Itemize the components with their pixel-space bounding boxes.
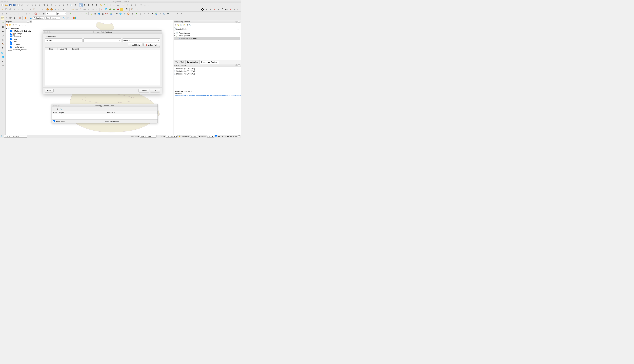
line-icon[interactable]: / — [72, 12, 76, 16]
layer-collapse-icon[interactable]: « — [24, 24, 27, 26]
processing-search[interactable]: 🔍 ⓧ — [174, 27, 240, 31]
checker-max-icon[interactable] — [58, 105, 60, 106]
grid-icon[interactable]: ▦ — [42, 12, 46, 16]
configure-icon[interactable]: 🔧 — [60, 108, 63, 110]
layer2-combo[interactable]: No layer▾ — [122, 38, 160, 42]
topo-edit-icon[interactable]: △ — [143, 3, 147, 7]
attr-table-icon[interactable]: 📋 — [130, 8, 134, 11]
plugin-green-icon[interactable]: ▶ — [112, 8, 116, 11]
refresh-icon[interactable]: ⟳ — [74, 3, 77, 7]
add-vector-icon[interactable]: V° — [1, 21, 5, 24]
label-move-icon[interactable]: ↔ — [87, 8, 91, 11]
layer-checkbox[interactable] — [10, 36, 12, 37]
mesh4-icon[interactable]: ⬚ — [13, 12, 16, 16]
crosshair-icon[interactable]: ✛ — [136, 8, 140, 11]
new-scratch-icon[interactable]: ✎▭ — [58, 8, 61, 11]
add-raster-icon[interactable]: ▦ — [1, 25, 5, 29]
3d-box2-icon[interactable] — [50, 8, 53, 11]
traffic-close[interactable] — [1, 1, 3, 2]
image-icon[interactable]: 🖼 — [101, 12, 105, 16]
results-detach-icon[interactable]: ▫ — [235, 64, 237, 66]
measure-icon[interactable]: 📏 — [99, 3, 103, 7]
validate-extent-icon[interactable]: ☑ — [56, 108, 59, 110]
osm-icon[interactable] — [108, 8, 112, 11]
deselect-all-icon[interactable]: ◫▾ — [9, 16, 12, 20]
dlg-min-icon[interactable] — [47, 32, 48, 33]
gridcolor-icon[interactable]: ▦ — [131, 12, 134, 16]
add-postgis-icon[interactable]: 🐘 — [1, 38, 5, 42]
game-icon[interactable]: 🎮 — [166, 12, 170, 16]
polygon-tool-icon[interactable]: ⬡ — [100, 8, 104, 11]
3d-box-icon[interactable] — [46, 8, 50, 11]
arc-tool-icon[interactable]: ⤴ — [205, 8, 208, 11]
layer-style-icon[interactable]: 🎨 — [6, 24, 9, 26]
print-layout-icon[interactable]: ▤ — [62, 8, 65, 11]
adv-snap-icon[interactable]: ⬡ — [172, 12, 175, 16]
locator-input[interactable] — [5, 136, 26, 137]
rainbow-icon[interactable] — [73, 16, 76, 20]
raster-calc-icon[interactable]: ▦ — [93, 12, 97, 16]
add-mesh-icon[interactable]: ▩ — [1, 30, 5, 33]
undo-icon[interactable]: ↶ — [36, 8, 40, 11]
results-item[interactable]: ΣStatistics [03:05:17PM] — [174, 70, 240, 72]
select-features-icon[interactable]: ⬚▾ — [1, 16, 4, 20]
globe2-icon[interactable]: 🌍 — [109, 12, 113, 16]
processing-search-input[interactable] — [177, 28, 237, 30]
locator-bar[interactable] — [4, 135, 27, 138]
rotation-spinbox[interactable]: 0,0 °▴▾ — [207, 135, 214, 138]
tab-layer-styling[interactable]: Layer Styling — [185, 60, 200, 64]
ref-icon[interactable]: Ref — [127, 12, 130, 16]
circle-tool-icon[interactable] — [201, 8, 204, 11]
delete-rule-button[interactable]: ⊖Delete Rule — [143, 43, 160, 47]
mesh8-icon[interactable]: ⬡ — [29, 12, 32, 16]
add-spatialite-icon[interactable]: 🪶 — [1, 42, 5, 46]
db-icon[interactable]: 🗃 — [115, 12, 118, 16]
results-list[interactable]: ΣStatistics [03:06:52PM]ΣStatistics [03:… — [174, 67, 241, 76]
cancel-button[interactable]: Cancel — [139, 89, 149, 92]
mesh2-icon[interactable]: ⬘ — [5, 12, 8, 16]
save-icon[interactable] — [9, 3, 12, 7]
render-checkbox[interactable] — [215, 135, 217, 138]
layer-checkbox[interactable] — [8, 49, 10, 50]
vertex-icon[interactable]: ⬡ — [68, 12, 72, 16]
label-edit-icon[interactable]: ✎ — [95, 8, 99, 11]
layer-visibility-icon[interactable]: 👁 — [12, 24, 15, 26]
star2-tool-icon[interactable]: ✷ — [228, 8, 232, 11]
crs-icon[interactable]: ⊕ — [225, 135, 226, 138]
layer-filter-icon[interactable]: ▽ — [15, 24, 18, 26]
layer-expr-icon[interactable]: ε — [18, 24, 21, 26]
edit-toggle-icon[interactable]: ✎ — [1, 8, 4, 11]
new-memory-icon[interactable]: V° — [1, 64, 5, 68]
add-wfs-icon[interactable]: 🌐 — [1, 55, 5, 59]
pan-selection-icon[interactable] — [30, 3, 34, 7]
results-item[interactable]: ΣStatistics [03:06:52PM] — [174, 67, 240, 70]
mesh-icon[interactable]: ▦ — [1, 12, 4, 16]
zoom-full-icon[interactable]: ⛶ — [42, 3, 46, 7]
layer-checkbox[interactable] — [10, 30, 12, 32]
globe4-icon[interactable]: 🌍 — [154, 12, 158, 16]
plugin-proc-icon[interactable]: ▦ — [134, 3, 137, 7]
pan-icon[interactable] — [26, 3, 30, 7]
proc-history-icon[interactable]: 🕓 — [180, 24, 183, 26]
dialog-titlebar[interactable]: Topology Rule Settings — [43, 30, 162, 34]
edc-icon[interactable]: EDC — [67, 16, 71, 20]
plugin-bug-icon[interactable]: 🐞 — [116, 8, 120, 11]
layer-checkbox[interactable] — [10, 46, 12, 48]
epsg-button[interactable]: EPSG:3106 — [227, 136, 237, 138]
layer-group-root[interactable]: ▾ 🗀 module8 — [6, 27, 32, 30]
proc-model-icon[interactable]: ⚙ — [174, 24, 177, 26]
traffic-min[interactable] — [4, 1, 6, 2]
table-icon[interactable]: ⊞ — [146, 12, 150, 16]
globe3-icon[interactable]: 🌐 — [119, 12, 122, 16]
show-errors-checkbox-label[interactable]: Show errors — [53, 120, 65, 122]
validate-all-icon[interactable]: ✓ — [53, 108, 55, 110]
layout-manager-icon[interactable] — [17, 3, 20, 7]
avoid-intersect-icon[interactable]: ◬ — [147, 3, 151, 7]
layer-expand-icon[interactable]: » — [21, 24, 24, 26]
georef-icon[interactable]: 🌐 — [104, 8, 108, 11]
stats-icon[interactable]: Σ — [95, 3, 99, 7]
adv-snap3-icon[interactable]: ⬣ — [180, 12, 183, 16]
search-clear-icon[interactable]: ⓧ — [237, 28, 239, 30]
trace-icon[interactable]: 〰 — [84, 12, 88, 16]
checker-close-icon[interactable] — [53, 105, 55, 106]
